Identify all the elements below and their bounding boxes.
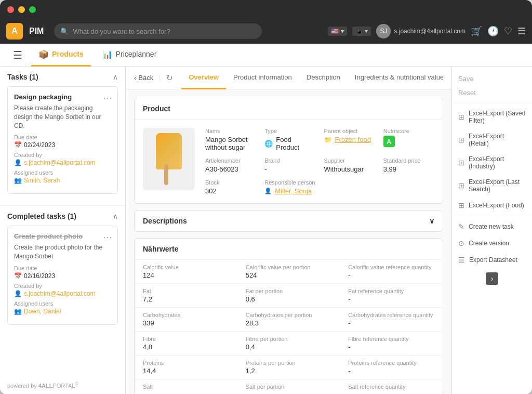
back-button[interactable]: ‹ Back [134,74,160,82]
language-selector[interactable]: 🇺🇸 ▾ [328,27,347,36]
assigned-icon-2: 👥 [14,308,22,315]
excel-food-button[interactable]: ⊞ Excel-Export (Food) [452,197,532,214]
cart-icon[interactable]: 🛒 [471,25,482,37]
field-parent: Parent object 📁 Frozen food [324,128,375,151]
descriptions-header[interactable]: Descriptions ∨ [135,211,443,231]
create-version-button[interactable]: ⊙ Create version [452,235,532,252]
nahrwerte-title: Nährwerte [135,239,443,260]
tab-priceplanner[interactable]: 📊 Priceplanner [95,44,164,67]
product-section: Product Name Mango Sorbet wi [134,98,443,204]
task-title: Design packaging [14,93,111,101]
tab-ingredients[interactable]: Ingredients & nutritional values [348,67,443,89]
toggle-button[interactable]: › [486,272,498,285]
completed-task-card: ⋯ Create product photo Create the produc… [7,226,118,325]
user-icon: 👤 [14,159,22,166]
search-input[interactable] [73,28,256,35]
excel-saved-filter-button[interactable]: ⊞ Excel-Export (Saved Filter) [452,106,532,128]
titlebar [0,0,532,19]
excel-retail-button[interactable]: ⊞ Excel-Export (Retail) [452,128,532,151]
product-section-title: Product [143,104,170,113]
nahrwerte-cell: Fibre reference quantity - [340,332,443,356]
heart-icon[interactable]: ♡ [504,25,512,37]
refresh-button[interactable]: ↻ [166,73,173,83]
price-value: 3,99 [383,165,434,173]
reset-button[interactable]: Reset [452,87,532,101]
parent-value[interactable]: Frozen food [335,136,371,143]
nahrwerte-cell: Fat reference quantity - [340,284,443,308]
tab-products-label: Products [52,50,84,58]
export-datasheet-button[interactable]: ☰ Export Datasheet [452,252,532,268]
completed-chevron[interactable]: ∧ [113,212,118,220]
tab-description[interactable]: Description [299,67,348,89]
sidebar-footer: powered by 4ALLPORTAL© [0,376,125,394]
product-section-header: Product [135,98,443,120]
save-button[interactable]: Save [452,71,532,87]
completed-task-title: Create product photo [14,232,111,240]
calendar-icon: 📅 [14,141,22,149]
app-logo: A [6,23,23,40]
assigned-icon: 👥 [14,177,22,184]
device-selector[interactable]: 📱 ▾ [352,27,371,36]
completed-task-dots[interactable]: ⋯ [103,231,112,243]
task-dots-menu[interactable]: ⋯ [103,92,112,103]
task-description: Please create the packaging design the M… [14,104,111,130]
tasks-title: Tasks (1) [7,73,38,81]
nahrwerte-cell: Calorific value 124 [135,260,237,284]
assigned-link[interactable]: Smith, Sarah [24,177,60,184]
tasks-chevron[interactable]: ∧ [113,73,118,81]
assigned-value: 👥 Smith, Sarah [14,177,111,184]
excel-icon-5: ⊞ [458,201,464,209]
nahrwerte-cell: Fibre 4,8 [135,332,237,356]
completed-created-link[interactable]: s.joachim@4allportal.com [24,290,96,297]
created-by-link[interactable]: s.joachim@4allportal.com [24,159,96,166]
articlenumber-label: Articlenumber [205,157,256,164]
right-panel: Save Reset ⊞ Excel-Export (Saved Filter)… [451,67,532,394]
flag-icon: 🇺🇸 [331,28,339,35]
maximize-button[interactable] [29,6,36,13]
person-icon: 👤 [264,188,272,194]
hamburger-button[interactable]: ☰ [8,46,27,64]
menu-icon[interactable]: ☰ [517,25,526,37]
articlenumber-value: A30-56023 [205,165,256,173]
datasheet-icon: ☰ [458,256,465,264]
completed-due-value: 📅 02/16/2023 [14,272,111,280]
completed-assigned-link[interactable]: Down, Daniel [24,308,61,315]
excel-last-button[interactable]: ⊞ Excel-Export (Last Search) [452,174,532,197]
chevron-down-icon: ▾ [341,28,344,35]
excel-industry-label: Excel-Export (Industry) [469,155,526,170]
content-tabs: Overview Product information Description… [181,67,443,89]
clock-icon[interactable]: 🕐 [487,25,499,37]
nahrwerte-cell: Fibre per portion 0,4 [237,332,340,356]
create-task-label: Create new task [469,223,514,230]
nahrwerte-cell: Proteins 14,4 [135,356,237,379]
tab-product-information[interactable]: Product information [226,67,299,89]
topbar: A PIM 🔍 🇺🇸 ▾ 📱 ▾ SJ s.joachim@4allportal… [0,19,532,44]
descriptions-chevron[interactable]: ∨ [429,217,434,225]
excel-last-label: Excel-Export (Last Search) [469,178,526,193]
app-title: PIM [29,27,44,36]
search-bar[interactable]: 🔍 [54,23,262,39]
create-task-button[interactable]: ✎ Create new task [452,218,532,235]
field-price: Standard price 3,99 [383,157,434,173]
field-name: Name Mango Sorbet without sugar [205,128,256,151]
nahrwerte-cell: Salt [135,379,237,394]
tab-products[interactable]: 📦 Products [31,44,91,67]
completed-tasks-section: Completed tasks (1) ∧ ⋯ Create product p… [0,205,125,336]
completed-created-value: 👤 s.joachim@4allportal.com [14,290,111,297]
responsible-row: 👤 Miller, Sonja [264,187,315,195]
nahrwerte-cell: Salt reference quantity [340,379,443,394]
descriptions-label: Descriptions [143,217,187,225]
tab-overview[interactable]: Overview [181,67,226,89]
user-email: s.joachim@4allportal.com [394,28,466,35]
calendar-icon-2: 📅 [14,272,22,280]
close-button[interactable] [7,6,14,13]
responsible-value[interactable]: Miller, Sonja [275,187,312,195]
minimize-button[interactable] [18,6,25,13]
excel-industry-button[interactable]: ⊞ Excel-Export (Industry) [452,151,532,174]
price-label: Standard price [383,157,434,164]
completed-due-label: Due date [14,265,111,271]
nahrwerte-grid: Calorific value 124 Calorific value per … [135,260,443,394]
field-brand: Brand - [264,157,315,173]
panel-toggle[interactable]: › [452,268,532,289]
nahrwerte-cell: Calorific value reference quantity - [340,260,443,284]
